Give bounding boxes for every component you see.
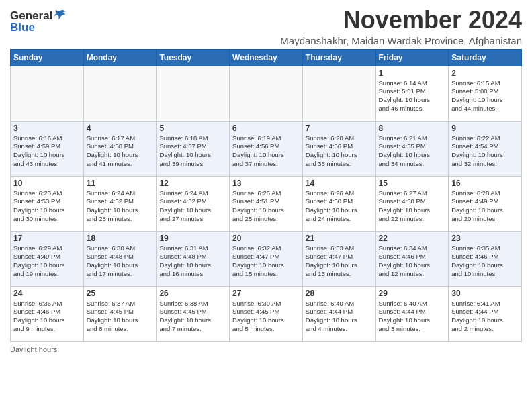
calendar-day-cell: 12Sunrise: 6:24 AMSunset: 4:52 PMDayligh… [157, 176, 230, 231]
day-number: 8 [379, 124, 446, 133]
weekday-header-thursday: Thursday [302, 49, 375, 66]
title-section: November 2024 Maydanshakhr, Maidan Warda… [280, 7, 522, 46]
calendar-day-cell: 27Sunrise: 6:39 AMSunset: 4:45 PMDayligh… [230, 286, 303, 341]
calendar-day-cell [157, 66, 230, 121]
day-number: 17 [13, 234, 81, 243]
day-number: 9 [451, 124, 519, 133]
day-info: Sunrise: 6:36 AMSunset: 4:46 PMDaylight:… [13, 300, 81, 334]
day-info: Sunrise: 6:34 AMSunset: 4:46 PMDaylight:… [379, 244, 446, 279]
day-info: Sunrise: 6:14 AMSunset: 5:01 PMDaylight:… [379, 79, 446, 113]
location-title: Maydanshakhr, Maidan Wardak Province, Af… [280, 35, 522, 46]
day-number: 3 [13, 124, 81, 133]
logo-bird-icon [54, 9, 67, 22]
day-info: Sunrise: 6:27 AMSunset: 4:50 PMDaylight:… [379, 189, 446, 224]
weekday-header-tuesday: Tuesday [157, 49, 230, 66]
calendar-day-cell: 6Sunrise: 6:19 AMSunset: 4:56 PMDaylight… [230, 121, 303, 176]
day-number: 15 [379, 179, 446, 188]
calendar-day-cell: 23Sunrise: 6:35 AMSunset: 4:46 PMDayligh… [449, 231, 522, 286]
day-info: Sunrise: 6:33 AMSunset: 4:47 PMDaylight:… [306, 244, 373, 279]
logo-blue-text: Blue [10, 21, 35, 34]
calendar-week-row: 24Sunrise: 6:36 AMSunset: 4:46 PMDayligh… [11, 286, 522, 341]
day-number: 25 [87, 289, 154, 298]
day-number: 2 [451, 68, 519, 78]
day-info: Sunrise: 6:41 AMSunset: 4:44 PMDaylight:… [451, 300, 519, 334]
calendar-day-cell: 14Sunrise: 6:26 AMSunset: 4:50 PMDayligh… [302, 176, 375, 231]
day-info: Sunrise: 6:22 AMSunset: 4:54 PMDaylight:… [451, 134, 519, 169]
day-info: Sunrise: 6:38 AMSunset: 4:45 PMDaylight:… [159, 300, 226, 334]
weekday-header-wednesday: Wednesday [230, 49, 303, 66]
calendar-day-cell: 19Sunrise: 6:31 AMSunset: 4:48 PMDayligh… [157, 231, 230, 286]
day-info: Sunrise: 6:24 AMSunset: 4:52 PMDaylight:… [159, 189, 226, 224]
day-number: 19 [159, 234, 226, 243]
day-number: 20 [232, 234, 300, 243]
calendar-day-cell: 30Sunrise: 6:41 AMSunset: 4:44 PMDayligh… [449, 286, 522, 341]
day-info: Sunrise: 6:26 AMSunset: 4:50 PMDaylight:… [306, 189, 373, 224]
day-number: 16 [451, 179, 519, 188]
calendar-page: General Blue November 2024 Maydanshakhr,… [0, 0, 532, 411]
day-number: 27 [232, 289, 300, 298]
calendar-day-cell: 1Sunrise: 6:14 AMSunset: 5:01 PMDaylight… [375, 66, 449, 121]
day-number: 26 [159, 289, 226, 298]
calendar-week-row: 17Sunrise: 6:29 AMSunset: 4:49 PMDayligh… [11, 231, 522, 286]
day-info: Sunrise: 6:25 AMSunset: 4:51 PMDaylight:… [232, 189, 300, 224]
day-info: Sunrise: 6:29 AMSunset: 4:49 PMDaylight:… [13, 244, 81, 279]
calendar-day-cell: 25Sunrise: 6:37 AMSunset: 4:45 PMDayligh… [83, 286, 157, 341]
day-info: Sunrise: 6:24 AMSunset: 4:52 PMDaylight:… [87, 189, 154, 224]
calendar-day-cell [11, 66, 84, 121]
calendar-day-cell: 3Sunrise: 6:16 AMSunset: 4:59 PMDaylight… [11, 121, 84, 176]
calendar-day-cell: 5Sunrise: 6:18 AMSunset: 4:57 PMDaylight… [157, 121, 230, 176]
day-number: 1 [379, 68, 446, 78]
calendar-day-cell: 4Sunrise: 6:17 AMSunset: 4:58 PMDaylight… [83, 121, 157, 176]
day-info: Sunrise: 6:37 AMSunset: 4:45 PMDaylight:… [87, 300, 154, 334]
day-number: 4 [87, 124, 154, 133]
calendar-week-row: 1Sunrise: 6:14 AMSunset: 5:01 PMDaylight… [11, 66, 522, 121]
weekday-header-sunday: Sunday [11, 49, 84, 66]
day-number: 23 [451, 234, 519, 243]
day-number: 28 [306, 289, 373, 298]
weekday-header-monday: Monday [83, 49, 157, 66]
day-number: 6 [232, 124, 300, 133]
day-number: 21 [306, 234, 373, 243]
weekday-header-friday: Friday [375, 49, 449, 66]
day-info: Sunrise: 6:40 AMSunset: 4:44 PMDaylight:… [306, 300, 373, 334]
day-info: Sunrise: 6:20 AMSunset: 4:56 PMDaylight:… [306, 134, 373, 169]
day-info: Sunrise: 6:17 AMSunset: 4:58 PMDaylight:… [87, 134, 154, 169]
day-number: 11 [87, 179, 154, 188]
day-info: Sunrise: 6:39 AMSunset: 4:45 PMDaylight:… [232, 300, 300, 334]
day-info: Sunrise: 6:18 AMSunset: 4:57 PMDaylight:… [159, 134, 226, 169]
calendar-day-cell: 18Sunrise: 6:30 AMSunset: 4:48 PMDayligh… [83, 231, 157, 286]
daylight-label: Daylight hours [10, 345, 57, 353]
day-number: 30 [451, 289, 519, 298]
footer: Daylight hours [10, 345, 522, 353]
day-info: Sunrise: 6:35 AMSunset: 4:46 PMDaylight:… [451, 244, 519, 279]
month-title: November 2024 [280, 7, 522, 34]
calendar-day-cell: 21Sunrise: 6:33 AMSunset: 4:47 PMDayligh… [302, 231, 375, 286]
calendar-day-cell: 16Sunrise: 6:28 AMSunset: 4:49 PMDayligh… [449, 176, 522, 231]
day-number: 29 [379, 289, 446, 298]
day-info: Sunrise: 6:40 AMSunset: 4:44 PMDaylight:… [379, 300, 446, 334]
day-number: 18 [87, 234, 154, 243]
calendar-day-cell: 22Sunrise: 6:34 AMSunset: 4:46 PMDayligh… [375, 231, 449, 286]
logo: General Blue [10, 9, 67, 34]
calendar-day-cell: 17Sunrise: 6:29 AMSunset: 4:49 PMDayligh… [11, 231, 84, 286]
day-number: 22 [379, 234, 446, 243]
day-number: 5 [159, 124, 226, 133]
calendar-day-cell: 10Sunrise: 6:23 AMSunset: 4:53 PMDayligh… [11, 176, 84, 231]
calendar-day-cell: 7Sunrise: 6:20 AMSunset: 4:56 PMDaylight… [302, 121, 375, 176]
day-number: 14 [306, 179, 373, 188]
day-info: Sunrise: 6:28 AMSunset: 4:49 PMDaylight:… [451, 189, 519, 224]
calendar-day-cell: 24Sunrise: 6:36 AMSunset: 4:46 PMDayligh… [11, 286, 84, 341]
calendar-week-row: 10Sunrise: 6:23 AMSunset: 4:53 PMDayligh… [11, 176, 522, 231]
calendar-week-row: 3Sunrise: 6:16 AMSunset: 4:59 PMDaylight… [11, 121, 522, 176]
day-number: 13 [232, 179, 300, 188]
day-info: Sunrise: 6:16 AMSunset: 4:59 PMDaylight:… [13, 134, 81, 169]
calendar-day-cell: 15Sunrise: 6:27 AMSunset: 4:50 PMDayligh… [375, 176, 449, 231]
calendar-day-cell: 29Sunrise: 6:40 AMSunset: 4:44 PMDayligh… [375, 286, 449, 341]
calendar-day-cell: 28Sunrise: 6:40 AMSunset: 4:44 PMDayligh… [302, 286, 375, 341]
calendar-day-cell: 9Sunrise: 6:22 AMSunset: 4:54 PMDaylight… [449, 121, 522, 176]
day-number: 12 [159, 179, 226, 188]
calendar-day-cell [230, 66, 303, 121]
calendar-day-cell: 20Sunrise: 6:32 AMSunset: 4:47 PMDayligh… [230, 231, 303, 286]
calendar-day-cell: 2Sunrise: 6:15 AMSunset: 5:00 PMDaylight… [449, 66, 522, 121]
weekday-header-row: SundayMondayTuesdayWednesdayThursdayFrid… [11, 49, 522, 66]
